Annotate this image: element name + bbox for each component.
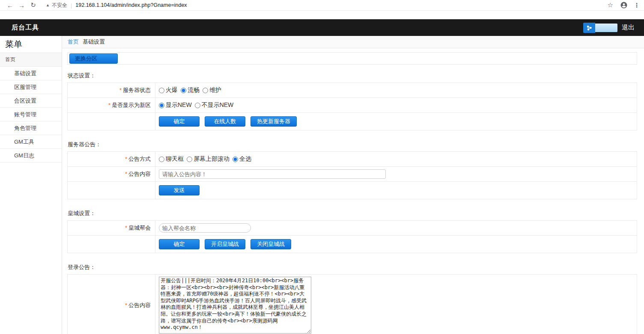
login-notice-label-cell: *公告内容 [68, 275, 155, 334]
radio-option[interactable]: 维护 [203, 86, 221, 94]
logout-button[interactable]: 退出 [622, 24, 635, 32]
radio-input[interactable] [181, 88, 186, 93]
sidebar-menu: 首页基础设置区服管理合区设置账号管理角色管理GM工具GM日志 [0, 53, 62, 163]
action-button[interactable]: 确定 [159, 239, 200, 249]
login-notice-label: 公告内容 [128, 302, 151, 308]
radio-option[interactable]: 屏幕上部滚动 [187, 155, 230, 163]
page-top-gap [0, 11, 644, 19]
action-button[interactable]: 热更新服务器 [250, 116, 297, 127]
royal-city-section-title: 皇城设置： [68, 210, 637, 217]
table-row: *服务器状态 火爆流畅维护 [68, 83, 637, 98]
sidebar-item-7[interactable]: GM日志 [0, 149, 62, 163]
radio-label: 屏幕上部滚动 [194, 155, 230, 163]
partition-toolbar: 更换分区 [67, 52, 637, 65]
back-icon[interactable]: ← [4, 2, 16, 9]
guild-name-input[interactable] [159, 223, 251, 233]
show-new-label-cell: *是否显示为新区 [68, 98, 155, 113]
required-marker: * [108, 102, 110, 108]
radio-input[interactable] [187, 157, 192, 162]
main-layout: 菜单 首页基础设置区服管理合区设置账号管理角色管理GM工具GM日志 首页 基础设… [0, 36, 644, 334]
forward-icon[interactable]: → [16, 2, 27, 9]
table-row: *公告内容 [68, 167, 637, 182]
radio-input[interactable] [233, 157, 238, 162]
required-marker: * [125, 225, 127, 231]
radio-input[interactable] [159, 157, 164, 162]
table-row: *皇城帮会 [68, 221, 637, 236]
notice-method-label-cell: *公告方式 [68, 152, 155, 167]
notice-method-label: 公告方式 [128, 156, 151, 162]
server-status-label-cell: *服务器状态 [68, 83, 155, 98]
royal-city-form-table: *皇城帮会 确定开启皇城战关闭皇城战 [67, 220, 637, 253]
sidebar-item-2[interactable]: 区服管理 [0, 80, 62, 94]
action-button[interactable]: 关闭皇城战 [250, 239, 291, 249]
notice-content-label-cell: *公告内容 [68, 167, 155, 182]
empty-label-cell [68, 182, 155, 199]
radio-option[interactable]: 全选 [233, 155, 251, 163]
breadcrumb: 首页 基础设置 [62, 36, 644, 48]
login-notice-section-title: 登录公告： [68, 263, 637, 271]
action-button[interactable]: 开启皇城战 [205, 239, 245, 249]
address-bar-url[interactable]: 192.168.1.104/admin/index.php?Gname=inde… [75, 2, 187, 8]
sidebar-item-0[interactable]: 首页 [0, 53, 62, 67]
required-marker: * [125, 302, 127, 308]
radio-label: 显示NEW [166, 101, 192, 109]
server-notice-form-table: *公告方式 聊天框屏幕上部滚动全选 *公告内容 发送 [67, 151, 637, 199]
sidebar-item-4[interactable]: 账号管理 [0, 108, 62, 121]
app-header: 后台工具 退出 [0, 19, 644, 36]
sidebar-item-1[interactable]: 基础设置 [0, 67, 62, 80]
radio-option[interactable]: 不显示NEW [195, 101, 234, 109]
action-button[interactable]: 在线人数 [205, 116, 245, 127]
show-new-label: 是否显示为新区 [112, 102, 151, 108]
reload-icon[interactable]: ↻ [27, 1, 39, 9]
guild-label: 皇城帮会 [128, 225, 151, 231]
radio-option[interactable]: 聊天框 [159, 155, 184, 163]
table-row: 发送 [68, 182, 637, 199]
radio-input[interactable] [203, 88, 208, 93]
radio-option[interactable]: 火爆 [159, 86, 178, 94]
send-notice-button[interactable]: 发送 [159, 185, 200, 195]
login-notice-textarea[interactable]: 开服公告|||开启时间：2020年4月21日10:00<br><br>服务器：封… [159, 277, 311, 334]
sidebar-item-6[interactable]: GM工具 [0, 135, 62, 149]
sidebar-title: 菜单 [0, 36, 62, 53]
sidebar-item-5[interactable]: 角色管理 [0, 121, 62, 135]
browser-chrome: ← → ↻ ▲ 不安全 | 192.168.1.104/admin/index.… [0, 0, 644, 11]
share-nodes-icon[interactable] [583, 23, 595, 33]
empty-label-cell [68, 236, 155, 253]
notice-content-label: 公告内容 [128, 171, 151, 177]
notice-send-row: 发送 [159, 184, 633, 197]
show-new-value-cell: 显示NEW不显示NEW [155, 98, 637, 113]
notice-content-input[interactable] [159, 169, 386, 179]
content-body: 更换分区 状态设置： *服务器状态 火爆流畅维护 *是否显示为新区 显示NEW不… [62, 48, 644, 334]
table-row: *是否显示为新区 显示NEW不显示NEW [68, 98, 637, 113]
table-row: *公告方式 聊天框屏幕上部滚动全选 [68, 152, 637, 167]
radio-input[interactable] [159, 103, 164, 108]
browser-menu-icon[interactable]: ⋮ [634, 2, 640, 9]
notice-method-radio-group: 聊天框屏幕上部滚动全选 [159, 155, 633, 163]
table-row: *公告内容 开服公告|||开启时间：2020年4月21日10:00<br><br… [68, 275, 637, 334]
bookmark-star-icon[interactable]: ☆ [608, 1, 613, 9]
header-account-box[interactable] [595, 24, 617, 32]
breadcrumb-home-link[interactable]: 首页 [68, 38, 79, 46]
change-partition-button[interactable]: 更换分区 [69, 53, 118, 64]
radio-input[interactable] [159, 88, 164, 93]
radio-input[interactable] [195, 103, 200, 108]
profile-icon[interactable] [620, 1, 628, 9]
radio-label: 流畅 [188, 86, 200, 94]
required-marker: * [125, 156, 127, 162]
table-row: 确定在线人数热更新服务器 [68, 113, 637, 130]
not-secure-label: 不安全 [52, 2, 67, 9]
status-button-row: 确定在线人数热更新服务器 [159, 115, 633, 128]
radio-label: 火爆 [166, 86, 178, 94]
server-notice-section-title: 服务器公告： [68, 141, 637, 148]
radio-option[interactable]: 显示NEW [159, 101, 192, 109]
radio-label: 聊天框 [166, 155, 184, 163]
notice-content-value-cell [155, 167, 637, 182]
royal-city-buttons-cell: 确定开启皇城战关闭皇城战 [155, 236, 637, 253]
sidebar-item-3[interactable]: 合区设置 [0, 94, 62, 108]
action-button[interactable]: 确定 [159, 116, 200, 127]
radio-option[interactable]: 流畅 [181, 86, 200, 94]
login-notice-value-cell: 开服公告|||开启时间：2020年4月21日10:00<br><br>服务器：封… [155, 275, 637, 334]
guild-label-cell: *皇城帮会 [68, 221, 155, 236]
header-right-group: 退出 [583, 23, 635, 33]
radio-label: 不显示NEW [202, 101, 234, 109]
